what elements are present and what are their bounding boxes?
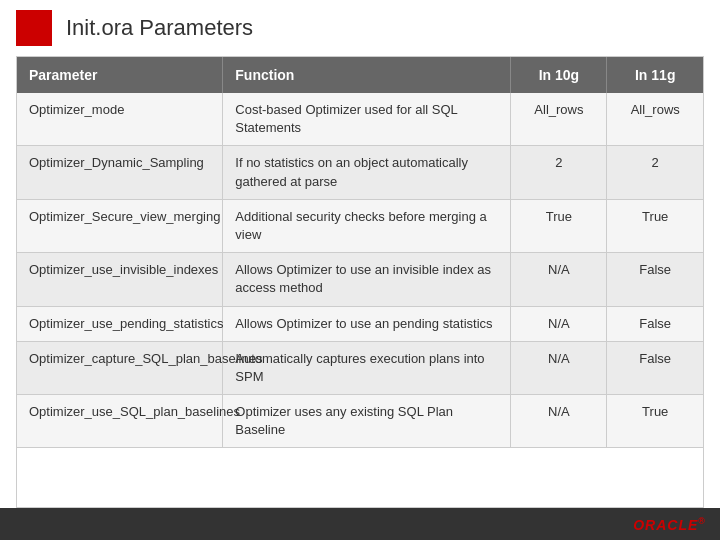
oracle-red-square <box>16 10 52 46</box>
cell-in10g: N/A <box>511 253 607 306</box>
cell-function: Allows Optimizer to use an pending stati… <box>223 306 511 341</box>
cell-parameter: Optimizer_capture_SQL_plan_baselines <box>17 341 223 394</box>
col-header-parameter: Parameter <box>17 57 223 93</box>
table-header-row: Parameter Function In 10g In 11g <box>17 57 703 93</box>
cell-in11g: True <box>607 395 703 448</box>
cell-function: Automatically captures execution plans i… <box>223 341 511 394</box>
cell-in11g: False <box>607 253 703 306</box>
cell-function: Additional security checks before mergin… <box>223 199 511 252</box>
table-row: Optimizer_Dynamic_SamplingIf no statisti… <box>17 146 703 199</box>
page-container: Init.ora Parameters Parameter Function I… <box>0 0 720 540</box>
header: Init.ora Parameters <box>0 0 720 56</box>
cell-in11g: False <box>607 306 703 341</box>
cell-parameter: Optimizer_mode <box>17 93 223 146</box>
col-header-function: Function <box>223 57 511 93</box>
cell-function: Cost-based Optimizer used for all SQL St… <box>223 93 511 146</box>
cell-in10g: N/A <box>511 341 607 394</box>
col-header-11g: In 11g <box>607 57 703 93</box>
col-header-10g: In 10g <box>511 57 607 93</box>
table-row: Optimizer_capture_SQL_plan_baselinesAuto… <box>17 341 703 394</box>
footer-bar: ORACLE® <box>0 508 720 540</box>
page-title: Init.ora Parameters <box>66 15 253 41</box>
cell-parameter: Optimizer_Dynamic_Sampling <box>17 146 223 199</box>
cell-parameter: Optimizer_use_SQL_plan_baselines <box>17 395 223 448</box>
cell-function: Optimizer uses any existing SQL Plan Bas… <box>223 395 511 448</box>
cell-in10g: N/A <box>511 306 607 341</box>
cell-in11g: True <box>607 199 703 252</box>
cell-parameter: Optimizer_use_invisible_indexes <box>17 253 223 306</box>
cell-in11g: False <box>607 341 703 394</box>
cell-in10g: True <box>511 199 607 252</box>
cell-parameter: Optimizer_Secure_view_merging <box>17 199 223 252</box>
cell-function: Allows Optimizer to use an invisible ind… <box>223 253 511 306</box>
table-row: Optimizer_use_invisible_indexesAllows Op… <box>17 253 703 306</box>
parameters-table: Parameter Function In 10g In 11g Optimiz… <box>17 57 703 448</box>
cell-in11g: All_rows <box>607 93 703 146</box>
cell-in10g: 2 <box>511 146 607 199</box>
table-row: Optimizer_Secure_view_mergingAdditional … <box>17 199 703 252</box>
cell-in11g: 2 <box>607 146 703 199</box>
cell-in10g: All_rows <box>511 93 607 146</box>
table-row: Optimizer_modeCost-based Optimizer used … <box>17 93 703 146</box>
cell-parameter: Optimizer_use_pending_statistics <box>17 306 223 341</box>
cell-in10g: N/A <box>511 395 607 448</box>
cell-function: If no statistics on an object automatica… <box>223 146 511 199</box>
oracle-logo: ORACLE® <box>633 516 706 533</box>
parameters-table-wrapper: Parameter Function In 10g In 11g Optimiz… <box>16 56 704 508</box>
table-row: Optimizer_use_pending_statisticsAllows O… <box>17 306 703 341</box>
table-row: Optimizer_use_SQL_plan_baselinesOptimize… <box>17 395 703 448</box>
